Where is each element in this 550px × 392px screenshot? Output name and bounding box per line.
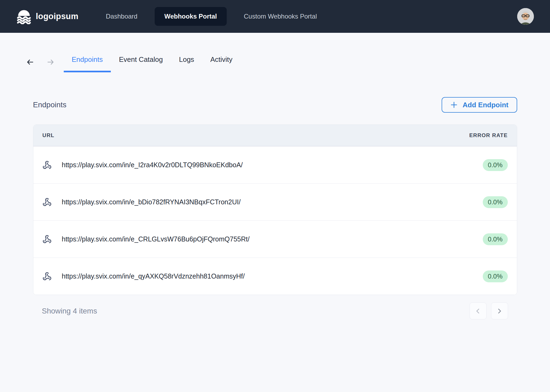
main-content: Endpoints Event Catalog Logs Activity En… xyxy=(33,52,517,319)
pagination xyxy=(470,302,508,319)
chevron-right-icon xyxy=(496,308,503,315)
endpoint-url: https://play.svix.com/in/e_qyAXKQ58rVdzn… xyxy=(62,272,245,280)
portal-tabbar: Endpoints Event Catalog Logs Activity xyxy=(26,52,517,72)
tab-logs[interactable]: Logs xyxy=(171,52,202,72)
column-header-error-rate: ERROR RATE xyxy=(469,132,508,138)
webhook-icon xyxy=(42,235,52,244)
webhooks-portal-screen: logoipsum Dashboard Webhooks Portal Cust… xyxy=(0,0,550,392)
webhook-icon xyxy=(42,198,52,207)
add-endpoint-label: Add Endpoint xyxy=(463,101,508,109)
arrow-right-icon xyxy=(47,58,55,66)
history-back-button[interactable] xyxy=(26,58,34,66)
add-endpoint-button[interactable]: Add Endpoint xyxy=(442,97,517,113)
webhook-icon xyxy=(42,272,52,281)
error-rate-badge: 0.0% xyxy=(483,233,508,245)
chevron-left-icon xyxy=(474,308,481,315)
logoipsum-wave-logo-icon xyxy=(16,9,32,24)
page-title: Endpoints xyxy=(33,101,67,109)
endpoint-row[interactable]: https://play.svix.com/in/e_CRLGLvsW76Bu6… xyxy=(33,220,517,258)
table-header-row: URL ERROR RATE xyxy=(33,125,517,146)
avatar-image xyxy=(517,8,534,25)
top-navbar: logoipsum Dashboard Webhooks Portal Cust… xyxy=(0,0,550,33)
logo[interactable]: logoipsum xyxy=(16,9,79,24)
endpoint-row[interactable]: https://play.svix.com/in/e_I2ra4K0v2r0DL… xyxy=(33,146,517,183)
error-rate-badge: 0.0% xyxy=(483,270,508,282)
tab-activity[interactable]: Activity xyxy=(202,52,240,72)
arrow-left-icon xyxy=(26,58,34,66)
nav-item-custom-webhooks-portal[interactable]: Custom Webhooks Portal xyxy=(244,13,317,20)
next-page-button[interactable] xyxy=(491,302,508,319)
nav-item-dashboard[interactable]: Dashboard xyxy=(106,13,137,20)
endpoint-url: https://play.svix.com/in/e_bDio782fRYNAI… xyxy=(62,198,241,206)
items-count-summary: Showing 4 items xyxy=(42,307,97,315)
endpoints-table: URL ERROR RATE https://play.svix.com/in/… xyxy=(33,124,517,295)
endpoint-row[interactable]: https://play.svix.com/in/e_qyAXKQ58rVdzn… xyxy=(33,258,517,295)
logo-text: logoipsum xyxy=(36,12,79,21)
previous-page-button[interactable] xyxy=(470,302,487,319)
endpoint-row[interactable]: https://play.svix.com/in/e_bDio782fRYNAI… xyxy=(33,183,517,220)
error-rate-badge: 0.0% xyxy=(483,196,508,208)
webhook-icon xyxy=(42,161,52,170)
tab-endpoints[interactable]: Endpoints xyxy=(64,52,111,72)
nav-item-webhooks-portal[interactable]: Webhooks Portal xyxy=(155,7,227,26)
navbar-menu: Dashboard Webhooks Portal Custom Webhook… xyxy=(106,7,317,26)
endpoint-url: https://play.svix.com/in/e_CRLGLvsW76Bu6… xyxy=(62,235,250,243)
history-forward-button[interactable] xyxy=(47,58,55,66)
tab-event-catalog[interactable]: Event Catalog xyxy=(111,52,171,72)
error-rate-badge: 0.0% xyxy=(483,159,508,171)
list-footer: Showing 4 items xyxy=(33,302,517,319)
plus-icon xyxy=(450,101,458,109)
user-avatar[interactable] xyxy=(517,8,534,25)
section-header: Endpoints Add Endpoint xyxy=(33,97,517,113)
column-header-url: URL xyxy=(42,132,55,138)
endpoint-url: https://play.svix.com/in/e_I2ra4K0v2r0DL… xyxy=(62,161,243,169)
